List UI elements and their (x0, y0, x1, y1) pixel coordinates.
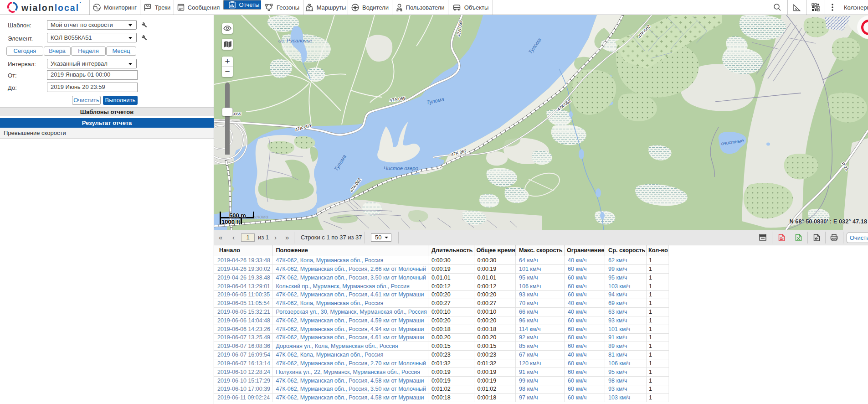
svg-text:оз. Русалочье: оз. Русалочье (278, 38, 312, 43)
svg-text:Чистое озеро: Чистое озеро (384, 166, 419, 171)
